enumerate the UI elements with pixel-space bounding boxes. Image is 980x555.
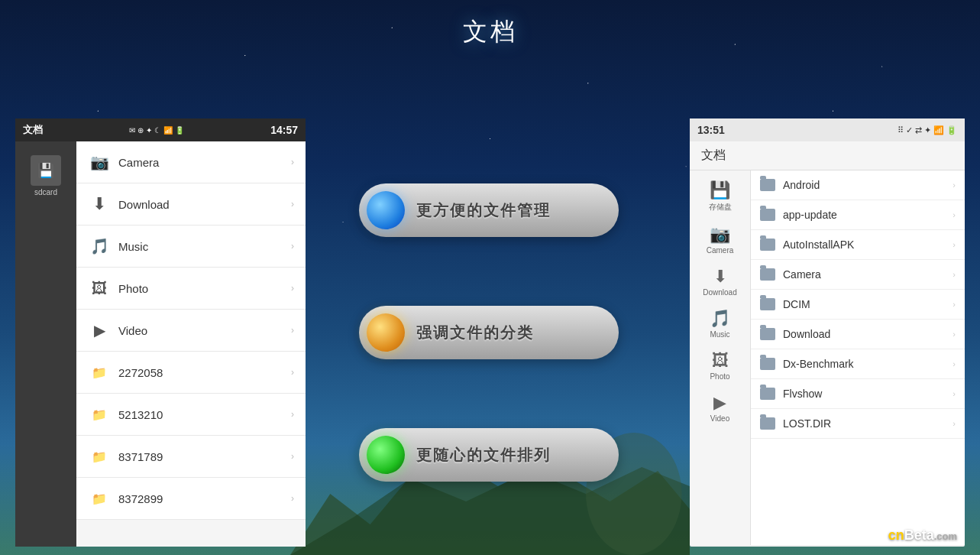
page-title: 文档	[0, 15, 980, 49]
right-file-list: Android › app-update › AutoInstallAPK › …	[751, 170, 965, 545]
status-icon-battery: 🔋	[175, 126, 184, 135]
folder-icon-camera2	[760, 268, 775, 281]
file-name-download: Download	[118, 198, 291, 211]
folder-icon-android	[760, 179, 775, 191]
feature-button-3[interactable]: 更随心的文件排列	[359, 428, 619, 482]
camera-sidebar-icon: 📷	[710, 225, 730, 245]
folder-icon-2: 📁	[88, 403, 111, 426]
status-icon-battery2: 🔋	[946, 125, 957, 135]
watermark-beta: Beta	[904, 527, 934, 543]
watermark-cn: cn	[888, 527, 904, 543]
arrow-icon: ›	[953, 210, 956, 219]
file-name-camera2: Camera	[783, 268, 953, 281]
file-name-video: Video	[118, 324, 291, 337]
video-sidebar-icon: ▶	[713, 393, 726, 413]
center-features: 更方便的文件管理 强调文件的分类 更随心的文件排列	[313, 118, 665, 547]
folder-icon-flvshow	[760, 388, 775, 400]
sdcard-icon: 💾	[31, 155, 61, 186]
sidebar-item-sdcard[interactable]: 💾 sdcard	[27, 149, 65, 203]
folder-icon-lost	[760, 417, 775, 430]
photo-sidebar-label: Photo	[710, 372, 729, 381]
arrow-icon: ›	[953, 329, 956, 339]
blue-dot-icon	[367, 191, 405, 229]
list-item[interactable]: 🎵 Music ›	[76, 226, 306, 268]
arrow-icon: ›	[953, 359, 956, 368]
sidebar-item-storage[interactable]: 💾 存储盘	[690, 174, 750, 219]
sidebar-item-music[interactable]: 🎵 Music	[690, 303, 750, 345]
list-item[interactable]: Download ›	[751, 320, 965, 349]
list-item[interactable]: LOST.DIR ›	[751, 409, 965, 439]
list-item[interactable]: 📁 8372899 ›	[76, 478, 306, 520]
left-status-bar: 文档 ✉ ⊕ ✦ ☾ 📶 🔋 14:57	[15, 118, 306, 141]
left-status-title: 文档	[23, 123, 43, 137]
right-sidebar: 💾 存储盘 📷 Camera ⬇ Download 🎵 Music 🖼 Phot…	[690, 170, 751, 545]
arrow-icon: ›	[291, 325, 294, 336]
list-item[interactable]: ⬇ Download ›	[76, 183, 306, 226]
list-item[interactable]: AutoInstallAPK ›	[751, 230, 965, 260]
sidebar-item-photo[interactable]: 🖼 Photo	[690, 345, 750, 387]
left-file-list: 📷 Camera › ⬇ Download › 🎵 Music › 🖼 Phot…	[76, 141, 306, 547]
list-item[interactable]: ▶ Video ›	[76, 310, 306, 352]
list-item[interactable]: Android ›	[751, 170, 965, 200]
file-name-photo: Photo	[118, 282, 291, 295]
folder-icon-1: 📁	[88, 361, 111, 384]
status-icon-transfer: ⇄	[915, 125, 922, 135]
file-name-app-update: app-update	[783, 209, 953, 221]
folder-icon-dcim	[760, 298, 775, 310]
feature-button-1[interactable]: 更方便的文件管理	[359, 183, 619, 237]
list-item[interactable]: Flvshow ›	[751, 379, 965, 409]
arrow-icon: ›	[953, 389, 956, 398]
feature-text-1: 更方便的文件管理	[416, 200, 551, 221]
watermark-suffix: .com	[934, 531, 957, 542]
list-item[interactable]: 🖼 Photo ›	[76, 268, 306, 310]
list-item[interactable]: Camera ›	[751, 260, 965, 290]
video-icon: ▶	[88, 319, 111, 342]
list-item[interactable]: app-update ›	[751, 200, 965, 230]
left-content: 💾 sdcard 📷 Camera › ⬇ Download › 🎵 Music…	[15, 141, 306, 547]
file-name-download2: Download	[783, 328, 953, 340]
status-icon-wifi2: 📶	[933, 125, 944, 135]
sidebar-item-camera[interactable]: 📷 Camera	[690, 219, 750, 261]
arrow-icon: ›	[291, 199, 294, 209]
status-icon-arrows: ✦	[146, 126, 152, 135]
status-icon-message: ✉	[129, 126, 135, 135]
left-phone: 文档 ✉ ⊕ ✦ ☾ 📶 🔋 14:57 💾 sdcard 📷 Camera	[15, 118, 306, 547]
folder-icon-autoinstall	[760, 239, 775, 251]
arrow-icon: ›	[291, 493, 294, 504]
folder-icon-download	[760, 328, 775, 340]
list-item[interactable]: 📁 2272058 ›	[76, 352, 306, 394]
arrow-icon: ›	[291, 409, 294, 420]
list-item[interactable]: DCIM ›	[751, 290, 965, 320]
list-item[interactable]: Dx-Benchmark ›	[751, 349, 965, 379]
file-name-android: Android	[783, 179, 953, 191]
right-status-icons: ⠿ ✓ ⇄ ✦ 📶 🔋	[898, 125, 957, 135]
file-name-music: Music	[118, 240, 291, 253]
arrow-icon: ›	[953, 240, 956, 249]
list-item[interactable]: 📁 5213210 ›	[76, 394, 306, 436]
camera-icon: 📷	[88, 151, 111, 174]
arrow-icon: ›	[953, 270, 956, 279]
file-name-flvshow: Flvshow	[783, 388, 953, 400]
file-name-dx: Dx-Benchmark	[783, 358, 953, 370]
right-title-bar: 文档	[690, 141, 965, 170]
right-status-bar: 13:51 ⠿ ✓ ⇄ ✦ 📶 🔋	[690, 118, 965, 141]
right-clock: 13:51	[697, 124, 725, 136]
left-sidebar: 💾 sdcard	[15, 141, 76, 547]
video-sidebar-label: Video	[710, 414, 729, 423]
feature-text-2: 强调文件的分类	[416, 323, 534, 343]
download-sidebar-label: Download	[703, 288, 736, 297]
storage-label: 存储盘	[709, 202, 732, 213]
status-icon-wifi: 📶	[163, 126, 173, 135]
list-item[interactable]: 📷 Camera ›	[76, 141, 306, 183]
arrow-icon: ›	[291, 367, 294, 378]
photo-icon: 🖼	[88, 277, 111, 300]
file-name-8372899: 8372899	[118, 492, 291, 505]
sidebar-item-video[interactable]: ▶ Video	[690, 387, 750, 429]
arrow-icon: ›	[291, 241, 294, 252]
sidebar-item-download[interactable]: ⬇ Download	[690, 261, 750, 303]
list-item[interactable]: 📁 8371789 ›	[76, 436, 306, 478]
file-name-camera: Camera	[118, 156, 291, 169]
feature-button-2[interactable]: 强调文件的分类	[359, 306, 619, 359]
status-icon-circle: ⊕	[137, 126, 144, 135]
arrow-icon: ›	[953, 300, 956, 309]
